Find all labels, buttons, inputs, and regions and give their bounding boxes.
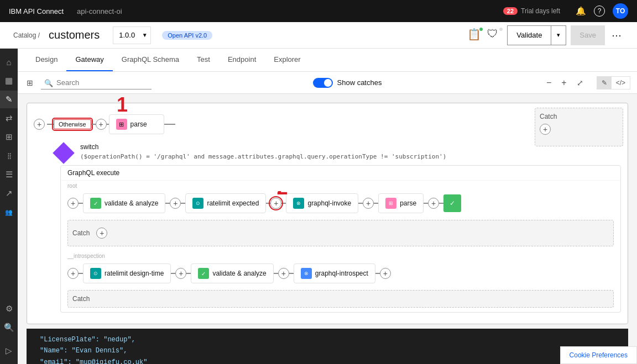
- parse-node-row2[interactable]: ⊞ parse: [378, 193, 424, 213]
- parse-node-row1[interactable]: ⊞ parse: [109, 114, 164, 134]
- tab-gateway[interactable]: Gateway: [66, 49, 112, 71]
- root-label: root: [61, 181, 620, 191]
- code-view-btn[interactable]: </>: [612, 77, 630, 89]
- add-btn-start[interactable]: +: [34, 119, 45, 130]
- gateway-area: ⊞ 🔍 Show catches − + ⤢: [18, 72, 637, 364]
- tabs-bar: Design Gateway GraphQL Schema Test Endpo…: [18, 49, 637, 72]
- open-api-badge: Open API v2.0: [162, 31, 212, 40]
- graphql-invoke-node[interactable]: ⊗ graphql-invoke: [286, 193, 358, 213]
- validate2-icon: ✓: [198, 268, 209, 279]
- sidebar-item-search[interactable]: 🔍: [0, 319, 18, 336]
- catch-inner-add[interactable]: +: [96, 228, 107, 239]
- sidebar-item-apps[interactable]: ⣿: [0, 147, 18, 165]
- tab-graphql-schema[interactable]: GraphQL Schema: [113, 49, 188, 71]
- parse2-icon: ⊞: [385, 198, 396, 209]
- validate-analyze2-node[interactable]: ✓ validate & analyze: [191, 263, 273, 283]
- catch2-label: Catch: [72, 295, 90, 303]
- canvas[interactable]: Catch + 1 + Otherwise: [18, 94, 637, 364]
- ratelimit-icon: ⊙: [192, 198, 203, 209]
- sidebar-item-edit[interactable]: ✎: [0, 91, 18, 108]
- nodes-row-2: + ⊙ ratelimit design-time +: [61, 261, 620, 288]
- search-wrap: 🔍: [41, 76, 152, 89]
- subheader: Catalog / customers 1.0.0 ▾ Open API v2.…: [0, 22, 637, 49]
- end-node-row1: ✓: [443, 194, 461, 212]
- tab-design[interactable]: Design: [27, 49, 66, 71]
- ratelimit-expected-node[interactable]: ⊙ ratelimit expected: [185, 193, 266, 213]
- switch-condition: ($operationPath() = '/graphql' and messa…: [80, 153, 446, 160]
- otherwise-label: Otherwise: [54, 119, 91, 129]
- show-catches-label: Show catches: [337, 78, 382, 87]
- flow-outer-box: Catch + 1 + Otherwise: [27, 103, 628, 324]
- sidebar-item-data[interactable]: ☰: [0, 166, 18, 183]
- show-catches-toggle-wrap: Show catches: [313, 78, 382, 88]
- help-icon[interactable]: ?: [594, 6, 605, 17]
- graphql-introspect-icon: ⊗: [301, 268, 312, 279]
- switch-info: switch ($operationPath() = '/graphql' an…: [80, 143, 446, 160]
- show-catches-toggle[interactable]: [313, 78, 333, 88]
- code-block: "LicensePlate": "nedup", "Name": "Evan D…: [27, 329, 628, 364]
- header-actions: 📋 🛡 Validate ▾ Save ⋯: [467, 25, 624, 45]
- validate-dropdown[interactable]: ▾: [551, 26, 566, 45]
- status-check: 📋: [467, 28, 483, 43]
- zoom-in-icon[interactable]: +: [558, 77, 570, 89]
- add-btn-r1-2-highlighted[interactable]: + 2: [270, 198, 281, 209]
- visual-view-btn[interactable]: ✎: [597, 77, 612, 89]
- overflow-menu[interactable]: ⋯: [609, 27, 624, 44]
- trial-badge: 22: [503, 7, 518, 15]
- graphql-execute-label: GraphQL execute: [61, 166, 620, 181]
- tab-explorer[interactable]: Explorer: [265, 49, 309, 71]
- notification-icon[interactable]: 🔔: [576, 6, 586, 16]
- catch-inner-label: Catch: [72, 229, 90, 237]
- brand-logo: IBM API Connect: [9, 7, 64, 15]
- sidebar-item-security[interactable]: ⊞: [0, 128, 18, 146]
- search-input[interactable]: [41, 76, 152, 89]
- code-line-1: "LicensePlate": "nedup",: [40, 336, 135, 344]
- sidebar-item-expand[interactable]: ▷: [0, 342, 18, 360]
- add-btn-r1-3[interactable]: +: [363, 198, 374, 209]
- add-btn-r2-0[interactable]: +: [67, 268, 79, 279]
- sidebar-item-settings[interactable]: ⚙: [0, 300, 18, 318]
- version-select-input[interactable]: 1.0.0: [113, 27, 151, 44]
- breadcrumb: Catalog /: [13, 31, 40, 39]
- ratelimit-design-icon: ⊙: [90, 268, 101, 279]
- save-button[interactable]: Save: [571, 25, 605, 45]
- switch-diamond: [53, 142, 75, 164]
- add-btn-r2-3[interactable]: +: [380, 268, 391, 279]
- cookie-preferences[interactable]: Cookie Preferences: [560, 346, 637, 364]
- version-selector[interactable]: 1.0.0 ▾: [113, 27, 151, 44]
- add-btn-r1-0[interactable]: +: [67, 198, 79, 209]
- introspection-label: __introspection: [61, 251, 620, 261]
- search-icon: 🔍: [44, 78, 53, 87]
- content-area: Design Gateway GraphQL Schema Test Endpo…: [18, 49, 637, 364]
- ratelimit-design-time-node[interactable]: ⊙ ratelimit design-time: [83, 263, 171, 283]
- zoom-out-icon[interactable]: −: [543, 77, 555, 89]
- topbar-icons: 🔔 ? TO: [576, 3, 628, 19]
- graphql-introspect-node[interactable]: ⊗ graphql-introspect: [294, 263, 375, 283]
- validate-button-group: Validate ▾: [507, 25, 566, 45]
- add-btn-r1-1[interactable]: +: [170, 198, 181, 209]
- grid-icon[interactable]: ⊞: [24, 76, 35, 89]
- trial-info: 22 Trial days left: [503, 7, 560, 15]
- user-avatar[interactable]: TO: [613, 3, 628, 19]
- tab-endpoint[interactable]: Endpoint: [219, 49, 265, 71]
- add-btn-r2-1[interactable]: +: [175, 268, 186, 279]
- validate-button[interactable]: Validate: [508, 26, 551, 45]
- graphql-invoke-icon: ⊗: [293, 198, 304, 209]
- sidebar-item-transfer[interactable]: ⇄: [0, 109, 18, 127]
- sidebar-item-dashboard[interactable]: ▦: [0, 72, 18, 89]
- zoom-controls: − + ⤢: [543, 77, 587, 89]
- sidebar-item-home[interactable]: ⌂: [0, 53, 18, 71]
- flow-row-switch: switch ($operationPath() = '/graphql' an…: [34, 143, 621, 161]
- add-btn-after-otherwise[interactable]: +: [96, 119, 107, 130]
- add-btn-r1-4[interactable]: +: [428, 198, 439, 209]
- sidebar-item-analytics[interactable]: ↗: [0, 184, 18, 202]
- validate-icon: ✓: [90, 198, 101, 209]
- catch2-box: Catch: [67, 290, 614, 308]
- parse-icon: ⊞: [116, 119, 127, 130]
- fit-icon[interactable]: ⤢: [573, 77, 587, 88]
- sidebar-item-community[interactable]: 👥: [0, 203, 18, 221]
- validate-analyze-node[interactable]: ✓ validate & analyze: [83, 193, 165, 213]
- sidebar: ⌂ ▦ ✎ ⇄ ⊞ ⣿ ☰ ↗ 👥 ⚙ 🔍 ▷: [0, 49, 18, 364]
- tab-test[interactable]: Test: [188, 49, 219, 71]
- add-btn-r2-2[interactable]: +: [278, 268, 289, 279]
